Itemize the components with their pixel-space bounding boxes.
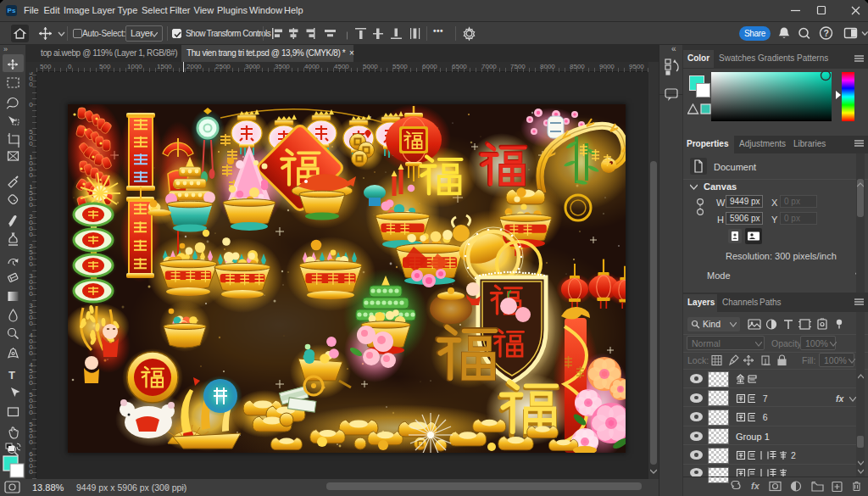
svg-text:fx: fx xyxy=(751,481,760,491)
svg-text:T: T xyxy=(8,369,15,382)
svg-text:?: ? xyxy=(823,28,828,38)
svg-text:»: » xyxy=(3,45,8,53)
